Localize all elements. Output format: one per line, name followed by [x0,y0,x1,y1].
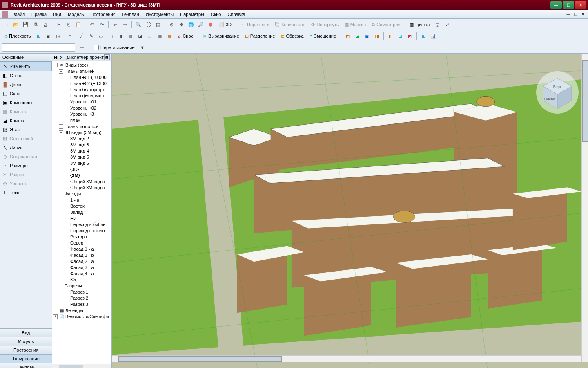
tb2-b-icon[interactable]: ◳ [53,31,62,40]
tree-item[interactable]: Север [53,240,111,246]
tb2-c-icon[interactable]: ▢ [106,31,115,40]
tb2-k-icon[interactable]: ◪ [353,31,362,40]
tab-siteplan[interactable]: Генплан [0,363,52,368]
zoom-icon[interactable]: 🔍 [134,20,143,29]
drag-checkbox[interactable]: Перетаскивание [91,45,137,50]
tree-item[interactable]: Переход в столо [53,228,111,234]
demolish-button[interactable]: ⊘Снос [175,34,196,39]
zoom-all-icon[interactable]: ⛶ [144,20,153,29]
tab-model[interactable]: Модель [0,337,52,346]
tree-expand-icon[interactable]: – [59,69,63,74]
tool-дверь[interactable]: 🚪Дверь [0,80,52,89]
tree-item[interactable]: НИ [53,215,111,222]
view3d-cube-icon[interactable]: ⬢ [206,20,215,29]
tree-item[interactable]: Общий 3М вид с [53,185,111,191]
menu-model[interactable]: Модель [65,11,87,18]
tree-item[interactable]: Разрез 3 [53,301,111,307]
tree-item[interactable]: +📄Ведомости/Специфи [53,314,111,320]
tree-item[interactable]: –Планы этажей [53,68,111,74]
tb2-f-icon[interactable]: ◪ [136,31,145,40]
tool-сетка осей[interactable]: ⊞Сетка осей [0,134,52,143]
text-icon[interactable]: ᵃᵇᶜ [67,31,76,40]
tb2-q-icon[interactable]: ⊞ [419,31,428,40]
chart-icon[interactable]: 📊 [429,31,438,40]
menu-help[interactable]: Справка [224,11,248,18]
copy-icon[interactable]: ⎘ [64,20,73,29]
type-selector[interactable] [2,43,75,52]
tree-item[interactable]: –3D виды (3М вид) [53,130,111,136]
tb2-e-icon[interactable]: ▤ [126,31,135,40]
tool-уровень[interactable]: ⊖Уровень [0,179,52,188]
menu-edit[interactable]: Правка [28,11,50,18]
tree-item[interactable]: Ректорат [53,234,111,240]
doc-close[interactable]: ✕ [580,11,586,17]
tool-размеры[interactable]: ↔Размеры [0,161,52,170]
offset-button[interactable]: ≡Смещение [307,34,339,38]
redo-icon[interactable]: ↷ [97,20,106,29]
minimize-button[interactable]: — [550,1,562,9]
menu-view[interactable]: Вид [50,11,65,18]
tree-item[interactable]: Разрез 1 [53,289,111,295]
tree-item[interactable]: –Разрезы [53,283,111,289]
split-button[interactable]: ⊟Разделение [243,34,278,39]
tree-expand-icon[interactable]: – [59,284,63,288]
tree-item[interactable]: Уровень +3 [53,111,111,117]
tb2-n-icon[interactable]: ◧ [386,31,395,40]
view-icon[interactable]: 🔎 [196,20,205,29]
tb2-m-icon[interactable]: ◨ [372,31,381,40]
props-icon[interactable]: ☰ [78,43,87,52]
tree-item[interactable]: ▦Легенды [53,307,111,314]
doc-minimize[interactable]: — [565,11,572,17]
save-icon[interactable]: 💾 [21,20,30,29]
tree-expand-icon[interactable]: – [53,63,58,67]
nav-fwd-icon[interactable]: ⇨ [120,20,129,29]
copy-button[interactable]: ⿻Копировать [273,22,308,27]
tab-build[interactable]: Построения [0,346,52,354]
tree-item[interactable]: Переход в библи [53,222,111,228]
tool-окно[interactable]: ▢Окно [0,89,52,98]
doc-restore[interactable]: ❐ [572,11,579,17]
paste-icon[interactable]: 📋 [74,20,83,29]
line-icon[interactable]: ╱ [77,31,86,40]
tree-item[interactable]: План +02 (+3.300 [53,81,111,87]
tb2-j-icon[interactable]: ◩ [343,31,352,40]
tree-item[interactable]: План благоустро [53,87,111,93]
array-button[interactable]: ▦Массив [342,22,368,27]
tb1-b-icon[interactable]: ⤢ [443,20,452,29]
tb2-h-icon[interactable]: ▥ [155,31,164,40]
tab-view[interactable]: Вид [0,328,52,337]
pb-scrollbar-h[interactable] [52,364,111,368]
tb1-a-icon[interactable]: ◱ [433,20,442,29]
tree-item[interactable]: План фундамент [53,93,111,99]
pan-icon[interactable]: ✥ [177,20,186,29]
tree-item[interactable]: 3М вид 3 [53,142,111,148]
tree-item[interactable]: +Планы потолков [53,123,111,130]
maximize-button[interactable]: ☐ [563,1,574,9]
tb2-d-icon[interactable]: ◨ [116,31,125,40]
tree-item[interactable]: План +01 (±0.000 [53,74,111,81]
tree-item[interactable]: Восток [53,203,111,209]
tree-item[interactable]: план [53,117,111,123]
viewcube[interactable]: Верх Слева [535,70,580,115]
tool-изменить[interactable]: ↖Изменить [0,61,52,71]
tree-item[interactable]: {3D} [53,166,111,173]
tool-опорная пло[interactable]: ◇Опорная пло [0,152,52,161]
tree-expand-icon[interactable]: – [59,130,63,135]
menu-params[interactable]: Параметры [177,11,207,18]
nav-back-icon[interactable]: ⇦ [111,20,120,29]
grid-icon[interactable]: ⊞ [34,31,43,40]
filter-icon[interactable]: ▼ [138,43,147,52]
pen-icon[interactable]: ✎ [87,31,96,40]
tool-текст[interactable]: TТекст [0,188,52,197]
rotate-button[interactable]: ⟳Повернуть [309,22,341,27]
tb2-o-icon[interactable]: ⊡ [396,31,405,40]
tree-item[interactable]: –Фасады [53,191,111,197]
tool-комната[interactable]: ▦Комната [0,107,52,116]
tree-item[interactable]: Фасад 2 - a [53,258,111,265]
view3d-button[interactable]: ⬜3D [216,22,234,27]
close-button[interactable]: ✕ [575,1,586,9]
tree-item[interactable]: Разрез 2 [53,295,111,301]
tab-toning[interactable]: Тонирование [0,354,52,363]
tree-item[interactable]: 3М вид 4 [53,148,111,154]
viewport-canvas[interactable] [112,54,588,368]
